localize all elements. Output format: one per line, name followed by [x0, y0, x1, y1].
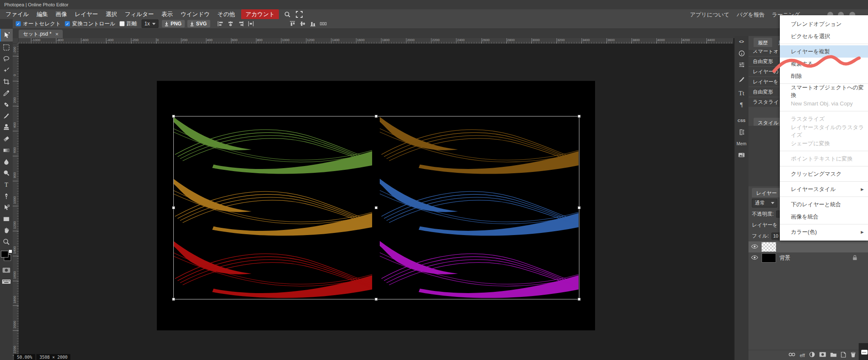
export-svg-button[interactable]: SVG — [187, 20, 210, 28]
menu-1[interactable]: 編集 — [33, 9, 51, 19]
image-panel-icon[interactable] — [734, 149, 748, 161]
magic-wand-tool[interactable] — [0, 64, 13, 76]
context-menu-item-7[interactable]: スマートオブジェクトへの変換 — [780, 85, 868, 97]
context-menu-item-4[interactable]: 複製する... — [780, 58, 868, 70]
context-menu-item-1[interactable]: ピクセルを選択 — [780, 30, 868, 42]
layer-row-smart-object[interactable] — [748, 241, 868, 252]
selection-handle[interactable] — [375, 115, 378, 118]
selection-handle[interactable] — [578, 206, 581, 209]
layer-thumbnail[interactable] — [762, 242, 776, 252]
adjustment-icon[interactable] — [809, 352, 815, 359]
tab-layers[interactable]: レイヤー — [752, 188, 781, 197]
search-icon[interactable] — [284, 11, 291, 18]
autoselect-checkbox[interactable]: ✓ オートセレクト — [16, 20, 61, 28]
header-link-1[interactable]: バグを報告 — [737, 11, 765, 19]
default-colors-icon[interactable] — [9, 250, 12, 253]
account-button[interactable]: アカウント — [241, 9, 279, 19]
visibility-eye-icon[interactable] — [751, 244, 758, 250]
fullscreen-icon[interactable] — [296, 11, 303, 18]
code-panel-icon[interactable]: <> — [734, 36, 748, 47]
zoom-level[interactable]: 50.00% — [14, 354, 35, 360]
align-right-icon[interactable] — [237, 20, 244, 27]
header-link-0[interactable]: アプリについて — [690, 11, 729, 19]
visibility-eye-icon[interactable] — [751, 255, 758, 261]
canvas-workspace[interactable] — [19, 44, 733, 360]
path-select-tool[interactable] — [0, 202, 13, 213]
selection-handle[interactable] — [172, 206, 175, 209]
clone-stamp-tool[interactable] — [0, 122, 13, 133]
dodge-tool[interactable] — [0, 167, 13, 179]
character-panel-icon[interactable]: Tt — [734, 88, 748, 99]
menu-8[interactable]: その他 — [214, 9, 238, 19]
rectangle-shape-tool[interactable] — [0, 213, 13, 224]
brush-tool[interactable] — [0, 110, 13, 122]
tab-history[interactable]: 履歴 — [754, 38, 772, 47]
transform-controls-checkbox[interactable]: ✓ 変換コントロール — [65, 20, 115, 28]
blend-mode-dropdown[interactable]: 通常 — [752, 199, 777, 208]
gradient-tool[interactable] — [0, 144, 13, 156]
css-panel-icon[interactable]: CSS — [734, 115, 748, 126]
scale-dropdown[interactable]: 1x — [142, 19, 159, 28]
document-tab[interactable]: セット.psd * × — [19, 30, 63, 38]
corner-widget[interactable] — [859, 343, 868, 360]
context-menu-item-21[interactable]: 画像を統合 — [780, 210, 868, 223]
new-layer-icon[interactable] — [841, 352, 846, 359]
eyedropper-tool[interactable] — [0, 87, 13, 99]
info-icon[interactable] — [734, 47, 748, 59]
align-center-h-icon[interactable] — [227, 20, 234, 27]
rect-select-tool[interactable] — [0, 42, 13, 53]
selection-handle[interactable] — [172, 298, 175, 301]
selection-handle[interactable] — [172, 115, 175, 118]
align-top-icon[interactable] — [289, 20, 296, 27]
align-middle-v-icon[interactable] — [299, 20, 306, 27]
context-menu-item-18[interactable]: レイヤースタイル▶ — [780, 183, 868, 195]
distribute-h-icon[interactable] — [248, 20, 254, 27]
selection-handle[interactable] — [578, 298, 581, 301]
blur-tool[interactable] — [0, 156, 13, 167]
keyboard-shortcuts-icon[interactable] — [0, 276, 13, 287]
quick-mask-icon[interactable] — [0, 264, 13, 276]
type-tool[interactable]: T — [0, 179, 13, 190]
selection-handle[interactable] — [578, 115, 581, 118]
properties-sliders-icon[interactable] — [734, 59, 748, 70]
healing-brush-tool[interactable] — [0, 99, 13, 110]
context-menu-item-0[interactable]: ブレンドオプション — [780, 18, 868, 30]
lasso-tool[interactable] — [0, 53, 13, 64]
selection-center-handle[interactable] — [375, 206, 378, 209]
align-left-icon[interactable] — [217, 20, 224, 27]
new-folder-icon[interactable] — [830, 352, 837, 358]
transform-selection-box[interactable] — [173, 116, 579, 299]
close-icon[interactable]: × — [56, 31, 59, 37]
menu-0[interactable]: ファイル — [3, 9, 32, 19]
layer-row-background[interactable]: 背景 — [748, 252, 868, 263]
measure-ruler-icon[interactable] — [734, 126, 748, 138]
distance-checkbox[interactable]: 距離 — [120, 20, 137, 28]
menu-7[interactable]: ウインドウ — [178, 9, 213, 19]
menu-2[interactable]: 画像 — [53, 9, 70, 19]
crop-tool[interactable] — [0, 76, 13, 87]
context-menu-item-5[interactable]: 削除 — [780, 70, 868, 82]
selection-handle[interactable] — [375, 298, 378, 301]
paragraph-panel-icon[interactable]: ¶ — [734, 99, 748, 111]
align-bottom-icon[interactable] — [309, 20, 316, 27]
zoom-tool[interactable] — [0, 236, 13, 247]
link-layers-icon[interactable] — [788, 352, 796, 358]
distribute-spacing-icon[interactable] — [320, 20, 327, 27]
layer-thumbnail[interactable] — [762, 253, 776, 263]
export-png-button[interactable]: PNG — [162, 20, 185, 28]
color-swatches[interactable] — [0, 249, 13, 264]
pen-tool[interactable] — [0, 190, 13, 202]
foreground-color-swatch[interactable] — [1, 251, 8, 258]
context-menu-item-20[interactable]: 下のレイヤーと統合 — [780, 198, 868, 210]
layer-effects-icon[interactable]: eff — [800, 353, 805, 358]
context-menu-item-23[interactable]: カラー(色)▶ — [780, 226, 868, 238]
eraser-tool[interactable] — [0, 133, 13, 144]
menu-6[interactable]: 表示 — [159, 9, 176, 19]
menu-3[interactable]: レイヤー — [72, 9, 101, 19]
delete-layer-trash-icon[interactable] — [850, 352, 856, 359]
brush-panel-icon[interactable] — [734, 74, 748, 85]
hand-tool[interactable] — [0, 224, 13, 236]
layer-mask-icon[interactable] — [819, 352, 826, 358]
context-menu-item-3[interactable]: レイヤーを複製 — [780, 45, 868, 58]
move-tool[interactable] — [0, 29, 13, 42]
